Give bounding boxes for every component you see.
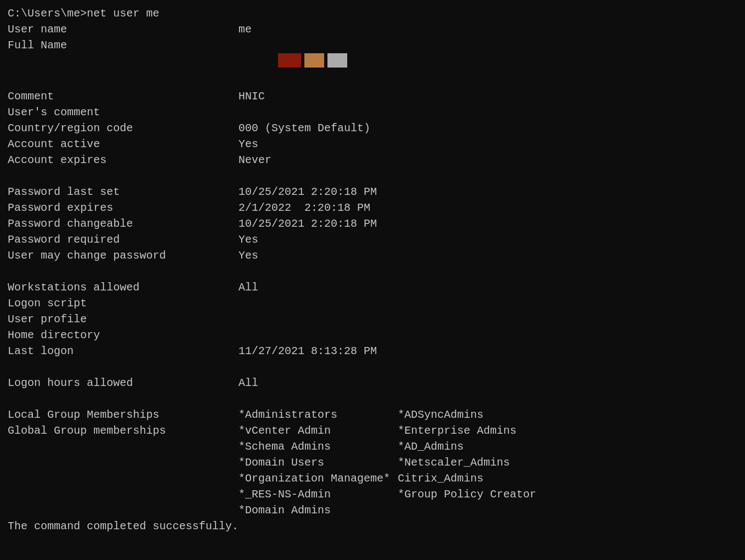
completion-message: The command completed successfully.	[8, 518, 737, 534]
label-password-expires: Password expires	[8, 200, 238, 216]
global-col2-row5: *Group Policy Creator	[398, 486, 536, 502]
label-home-directory: Home directory	[8, 327, 238, 343]
label-last-logon: Last logon	[8, 343, 238, 359]
spacer-2	[8, 264, 737, 279]
label-workstations: Workstations allowed	[8, 279, 238, 295]
label-password-required: Password required	[8, 232, 238, 248]
global-group-row-6: *Domain Admins	[238, 502, 536, 518]
color-block-gray	[327, 53, 347, 68]
label-password-changeable: Password changeable	[8, 216, 238, 232]
global-col2-row2: *AD_Admins	[398, 439, 464, 455]
value-country: 000 (System Default)	[238, 120, 370, 136]
value-password-expires: 2/1/2022 2:20:18 PM	[238, 200, 370, 216]
fullname-color-blocks	[278, 53, 347, 68]
terminal-window: C:\Users\me>net user me User name me Ful…	[8, 5, 737, 534]
global-group-row-2: *Schema Admins *AD_Admins	[238, 439, 536, 455]
global-col1-row4: *Organization Manageme*	[238, 471, 398, 486]
label-password-last-set: Password last set	[8, 184, 238, 200]
prompt-line: C:\Users\me>net user me	[8, 5, 737, 21]
global-col1-row5: *_RES-NS-Admin	[238, 486, 398, 502]
label-username: User name	[8, 21, 238, 37]
field-fullname: Full Name	[8, 37, 737, 88]
value-account-expires: Never	[238, 152, 271, 168]
field-country: Country/region code 000 (System Default)	[8, 120, 737, 136]
spacer-4	[8, 391, 737, 407]
value-workstations: All	[238, 279, 258, 295]
value-account-active: Yes	[238, 136, 258, 152]
value-username: me	[238, 21, 252, 37]
field-password-required: Password required Yes	[8, 232, 737, 248]
label-user-may-change: User may change password	[8, 248, 238, 264]
field-global-group: Global Group memberships *vCenter Admin …	[8, 423, 737, 518]
global-group-row-1: *vCenter Admin *Enterprise Admins	[238, 423, 536, 439]
value-logon-hours: All	[238, 375, 258, 391]
value-comment: HNIC	[238, 88, 265, 104]
field-workstations: Workstations allowed All	[8, 279, 737, 295]
spacer-3	[8, 359, 737, 375]
field-logon-hours: Logon hours allowed All	[8, 375, 737, 391]
color-block-tan	[304, 53, 324, 68]
label-global-group: Global Group memberships	[8, 423, 238, 518]
field-password-last-set: Password last set 10/25/2021 2:20:18 PM	[8, 184, 737, 200]
global-col1-row6: *Domain Admins	[238, 502, 398, 518]
global-col2-row3: *Netscaler_Admins	[398, 455, 510, 471]
field-home-directory: Home directory	[8, 327, 737, 343]
field-account-expires: Account expires Never	[8, 152, 737, 168]
value-local-group-col2: *ADSyncAdmins	[398, 407, 483, 423]
field-user-may-change: User may change password Yes	[8, 248, 737, 264]
global-group-row-3: *Domain Users *Netscaler_Admins	[238, 455, 536, 471]
global-group-values: *vCenter Admin *Enterprise Admins *Schem…	[238, 423, 536, 518]
label-user-profile: User profile	[8, 311, 238, 327]
value-local-group-col1: *Administrators	[238, 407, 398, 423]
field-comment: Comment HNIC	[8, 88, 737, 104]
label-logon-hours: Logon hours allowed	[8, 375, 238, 391]
field-local-group: Local Group Memberships *Administrators …	[8, 407, 737, 423]
global-col1-row2: *Schema Admins	[238, 439, 398, 455]
label-account-active: Account active	[8, 136, 238, 152]
label-comment: Comment	[8, 88, 238, 104]
label-account-expires: Account expires	[8, 152, 238, 168]
field-password-expires: Password expires 2/1/2022 2:20:18 PM	[8, 200, 737, 216]
value-password-changeable: 10/25/2021 2:20:18 PM	[238, 216, 377, 232]
global-group-row-5: *_RES-NS-Admin *Group Policy Creator	[238, 486, 536, 502]
label-fullname: Full Name	[8, 37, 238, 88]
global-col2-row4: Citrix_Admins	[398, 471, 483, 486]
field-last-logon: Last logon 11/27/2021 8:13:28 PM	[8, 343, 737, 359]
color-block-red	[278, 53, 301, 68]
field-password-changeable: Password changeable 10/25/2021 2:20:18 P…	[8, 216, 737, 232]
value-user-may-change: Yes	[238, 248, 258, 264]
field-logon-script: Logon script	[8, 295, 737, 311]
global-col1-row3: *Domain Users	[238, 455, 398, 471]
label-logon-script: Logon script	[8, 295, 238, 311]
field-account-active: Account active Yes	[8, 136, 737, 152]
value-fullname	[238, 37, 347, 88]
field-user-profile: User profile	[8, 311, 737, 327]
value-last-logon: 11/27/2021 8:13:28 PM	[238, 343, 377, 359]
global-col2-row1: *Enterprise Admins	[398, 423, 516, 439]
spacer-1	[8, 168, 737, 184]
value-password-required: Yes	[238, 232, 258, 248]
global-col1-row1: *vCenter Admin	[238, 423, 398, 439]
global-group-row-4: *Organization Manageme* Citrix_Admins	[238, 471, 536, 486]
field-username: User name me	[8, 21, 737, 37]
value-password-last-set: 10/25/2021 2:20:18 PM	[238, 184, 377, 200]
label-country: Country/region code	[8, 120, 238, 136]
label-local-group: Local Group Memberships	[8, 407, 238, 423]
label-users-comment: User's comment	[8, 104, 238, 120]
field-users-comment: User's comment	[8, 104, 737, 120]
